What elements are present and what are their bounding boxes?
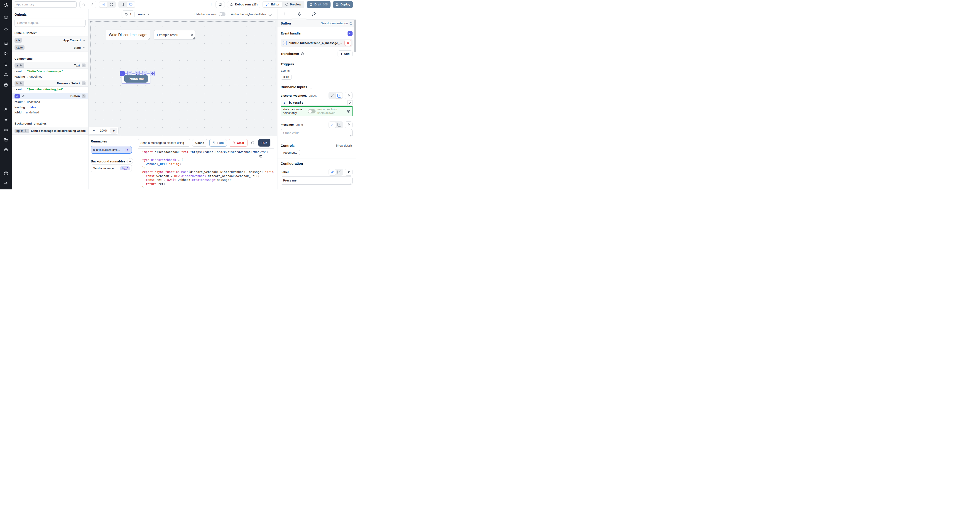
resources-icon[interactable] (0, 70, 12, 79)
home-icon[interactable] (0, 39, 12, 48)
component-row-c-selected[interactable]: c Button (12, 93, 88, 99)
connect-plug-button[interactable] (345, 121, 353, 128)
zoom-out-button[interactable]: − (90, 128, 97, 134)
info-icon[interactable] (301, 52, 304, 55)
static-pencil-button[interactable] (329, 169, 336, 175)
variables-icon[interactable] (0, 60, 12, 68)
bg0-label: Send a message to discord using webhoo (31, 129, 86, 132)
workers-robot-icon[interactable] (0, 126, 12, 134)
info-icon[interactable] (309, 86, 313, 89)
center-layout-button[interactable] (99, 2, 107, 8)
component-row-a[interactable]: a Text (12, 62, 88, 69)
edit-id-pencil-icon[interactable] (22, 95, 25, 98)
output-row-state[interactable]: state State (12, 44, 88, 51)
output-row-ctx[interactable]: ctx App Context (12, 37, 88, 44)
eval-function-button[interactable]: f (336, 92, 342, 99)
folders-icon[interactable] (0, 135, 12, 144)
move-icon[interactable] (150, 71, 155, 76)
discord-webhook-expression-editor[interactable]: 1 b.result (281, 100, 353, 105)
fork-button[interactable]: Fork (209, 139, 227, 146)
copy-code-icon[interactable] (259, 154, 262, 158)
mobile-view-button[interactable] (119, 2, 127, 8)
recompute-chip[interactable]: recompute (281, 150, 300, 155)
zoom-in-button[interactable]: + (110, 128, 117, 134)
static-pencil-button[interactable] (329, 92, 336, 99)
component-settings-tab[interactable] (292, 12, 307, 19)
canvas-zoom-control: − 100% + (89, 127, 119, 135)
runs-icon[interactable] (0, 49, 12, 58)
users-icon[interactable] (0, 105, 12, 114)
refresh-count: 1 (130, 13, 132, 16)
app-summary-input[interactable] (14, 2, 77, 8)
remove-handler-button[interactable] (344, 40, 352, 46)
deploy-button[interactable]: Deploy (333, 1, 353, 8)
search-outputs-input[interactable] (14, 19, 86, 27)
redo-button[interactable] (88, 2, 96, 8)
collapse-chevron-up-icon[interactable] (82, 64, 86, 67)
script-name-input[interactable] (138, 139, 190, 146)
eval-function-button[interactable]: f (336, 122, 342, 128)
message-static-value-input[interactable] (281, 129, 353, 137)
undo-button[interactable] (80, 2, 88, 8)
connect-plug-button[interactable] (345, 169, 353, 176)
click-event-chip[interactable]: click (281, 74, 292, 80)
schedules-icon[interactable] (0, 81, 12, 89)
expand-editor-icon[interactable] (347, 100, 352, 105)
help-icon[interactable] (0, 169, 12, 178)
hide-bar-toggle[interactable] (219, 12, 226, 16)
preview-tab[interactable]: Preview (282, 2, 304, 8)
run-mode-dropdown[interactable]: once (138, 13, 150, 16)
background-runnable-item[interactable]: Send a message... bg_0 (91, 164, 132, 172)
resize-handle[interactable] (148, 38, 150, 40)
cache-button[interactable]: Cache (192, 139, 207, 146)
audit-eye-icon[interactable] (0, 145, 12, 154)
favorites-star-icon[interactable] (0, 25, 12, 34)
styling-brush-tab[interactable] (307, 12, 321, 18)
fullscreen-layout-button[interactable] (108, 2, 115, 8)
refresh-count-button[interactable]: 1 (122, 10, 135, 18)
resource-mode-toggle[interactable] (308, 109, 315, 113)
expression-value[interactable]: b.result (288, 100, 352, 105)
run-button[interactable]: Run (258, 139, 270, 146)
show-details-link[interactable]: Show details (336, 144, 353, 147)
debug-runs-button[interactable]: Debug runs (23) (227, 1, 260, 8)
background-runnable-row[interactable]: bg_0 Send a message to discord using web… (12, 127, 88, 135)
resize-handle[interactable] (148, 81, 149, 82)
workspace-icon[interactable] (0, 13, 12, 22)
more-menu-icon[interactable]: ⋮ (209, 3, 213, 6)
add-transformer-button[interactable]: +Add (337, 50, 353, 57)
desktop-view-button[interactable] (127, 2, 135, 8)
canvas-text-component[interactable]: Write Discord message: (106, 30, 150, 40)
editor-tab[interactable]: Editor (263, 2, 282, 8)
static-pencil-button[interactable] (329, 122, 336, 128)
docs-book-button[interactable] (215, 1, 225, 8)
press-me-button[interactable]: Press me (124, 75, 148, 83)
canvas-resource-select-component[interactable]: Example resou... (154, 30, 196, 40)
event-handler-box[interactable]: f hub/1511/discord/send_a_message_... (281, 39, 353, 47)
add-background-runnable-button[interactable]: + (127, 158, 133, 164)
component-row-b[interactable]: b Resource Select (12, 80, 88, 87)
eval-function-button[interactable]: f (336, 169, 342, 175)
clear-selection-icon[interactable] (188, 32, 193, 38)
static-or-eval-toggle: f (328, 169, 343, 176)
label-value-input[interactable] (281, 177, 353, 185)
info-icon[interactable] (268, 13, 272, 16)
collapse-chevron-up-icon[interactable] (82, 94, 86, 98)
insert-component-tab[interactable] (277, 12, 292, 18)
collapse-rail-arrow-icon[interactable] (0, 179, 12, 188)
refresh-script-button[interactable] (250, 139, 256, 146)
resize-handle[interactable] (193, 37, 195, 39)
code-editor[interactable]: import discordwebhook from "https://deno… (138, 148, 274, 189)
runnable-item-selected[interactable]: hub/1511/discord/se... c (91, 146, 132, 154)
connect-plug-button[interactable] (345, 92, 353, 99)
clear-button[interactable]: Clear (229, 139, 248, 146)
settings-gear-icon[interactable] (0, 115, 12, 124)
canvas-button-component-selected[interactable]: c Press me (122, 73, 150, 83)
panel-scrollbar-thumb[interactable] (354, 20, 356, 52)
collapse-chevron-up-icon[interactable] (82, 81, 86, 85)
windmill-logo-icon[interactable] (3, 2, 9, 8)
info-icon[interactable] (347, 110, 350, 113)
app-canvas[interactable]: Write Discord message: Example resou... … (89, 19, 277, 136)
draft-button[interactable]: Draft⌘S (307, 1, 331, 8)
see-documentation-link[interactable]: See documentation (321, 22, 353, 25)
